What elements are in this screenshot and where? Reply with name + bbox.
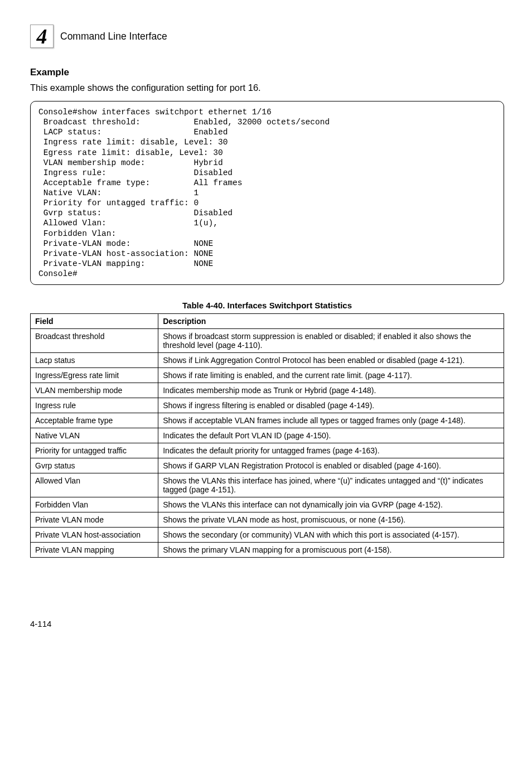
code-block: Console#show interfaces switchport ether… — [30, 101, 504, 285]
cell-description: Shows if acceptable VLAN frames include … — [158, 413, 504, 428]
table-row: Acceptable frame type Shows if acceptabl… — [31, 413, 504, 428]
table-row: Priority for untagged traffic Indicates … — [31, 443, 504, 458]
cell-field: Forbidden Vlan — [31, 497, 158, 512]
table-row: Gvrp status Shows if GARP VLAN Registrat… — [31, 458, 504, 473]
table-row: VLAN membership mode Indicates membershi… — [31, 383, 504, 398]
table-row: Ingress/Egress rate limit Shows if rate … — [31, 368, 504, 383]
switchport-stats-table: Field Description Broadcast threshold Sh… — [30, 313, 504, 558]
cell-description: Indicates membership mode as Trunk or Hy… — [158, 383, 504, 398]
cell-field: Acceptable frame type — [31, 413, 158, 428]
table-row: Allowed Vlan Shows the VLANs this interf… — [31, 473, 504, 497]
page-header: 4 Command Line Interface — [30, 25, 504, 48]
cell-field: Private VLAN mode — [31, 512, 158, 528]
chapter-number: 4 — [37, 26, 47, 47]
cell-description: Shows if Link Aggregation Control Protoc… — [158, 353, 504, 368]
cell-description: Indicates the default priority for untag… — [158, 443, 504, 458]
example-intro: This example shows the configuration set… — [30, 83, 504, 93]
table-row: Private VLAN mapping Shows the primary V… — [31, 543, 504, 558]
cell-description: Shows the private VLAN mode as host, pro… — [158, 512, 504, 528]
cell-description: Shows if GARP VLAN Registration Protocol… — [158, 458, 504, 473]
table-row: Private VLAN host-association Shows the … — [31, 528, 504, 543]
table-row: Forbidden Vlan Shows the VLANs this inte… — [31, 497, 504, 512]
th-description: Description — [158, 314, 504, 329]
table-row: Native VLAN Indicates the default Port V… — [31, 428, 504, 443]
cell-description: Shows if rate limiting is enabled, and t… — [158, 368, 504, 383]
cell-description: Shows the VLANs this interface has joine… — [158, 473, 504, 497]
cell-description: Shows if ingress filtering is enabled or… — [158, 398, 504, 413]
cell-description: Indicates the default Port VLAN ID (page… — [158, 428, 504, 443]
header-title: Command Line Interface — [60, 31, 167, 42]
cell-field: Ingress rule — [31, 398, 158, 413]
cell-field: Broadcast threshold — [31, 329, 158, 353]
table-header-row: Field Description — [31, 314, 504, 329]
table-row: Private VLAN mode Shows the private VLAN… — [31, 512, 504, 528]
example-heading: Example — [30, 67, 504, 78]
cell-field: Private VLAN mapping — [31, 543, 158, 558]
th-field: Field — [31, 314, 158, 329]
page-number: 4-114 — [30, 619, 504, 628]
cell-field: Ingress/Egress rate limit — [31, 368, 158, 383]
cell-field: VLAN membership mode — [31, 383, 158, 398]
cell-description: Shows the VLANs this interface can not d… — [158, 497, 504, 512]
cell-field: Priority for untagged traffic — [31, 443, 158, 458]
cell-description: Shows if broadcast storm suppression is … — [158, 329, 504, 353]
cell-description: Shows the primary VLAN mapping for a pro… — [158, 543, 504, 558]
cell-field: Lacp status — [31, 353, 158, 368]
chapter-badge: 4 — [30, 25, 54, 48]
table-row: Lacp status Shows if Link Aggregation Co… — [31, 353, 504, 368]
cell-field: Gvrp status — [31, 458, 158, 473]
cell-field: Allowed Vlan — [31, 473, 158, 497]
cell-field: Private VLAN host-association — [31, 528, 158, 543]
cell-field: Native VLAN — [31, 428, 158, 443]
table-row: Broadcast threshold Shows if broadcast s… — [31, 329, 504, 353]
table-row: Ingress rule Shows if ingress filtering … — [31, 398, 504, 413]
cell-description: Shows the secondary (or community) VLAN … — [158, 528, 504, 543]
table-caption: Table 4-40. Interfaces Switchport Statis… — [30, 301, 504, 310]
